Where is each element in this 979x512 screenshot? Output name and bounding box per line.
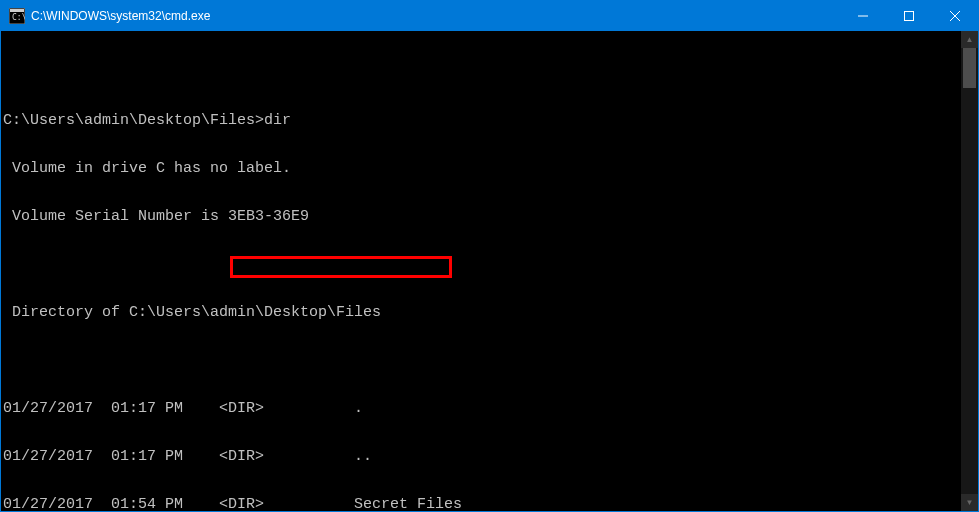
maximize-button[interactable] [886, 1, 932, 31]
terminal-line [3, 65, 961, 81]
minimize-button[interactable] [840, 1, 886, 31]
terminal-line: Directory of C:\Users\admin\Desktop\File… [3, 305, 961, 321]
vertical-scrollbar[interactable]: ▲ ▼ [961, 31, 978, 511]
terminal-line: 01/27/2017 01:54 PM <DIR> Secret Files [3, 497, 961, 511]
scroll-down-icon[interactable]: ▼ [961, 494, 978, 511]
terminal-output[interactable]: C:\Users\admin\Desktop\Files>dir Volume … [1, 31, 961, 511]
scroll-track[interactable] [961, 48, 978, 494]
client-area: C:\Users\admin\Desktop\Files>dir Volume … [1, 31, 978, 511]
close-button[interactable] [932, 1, 978, 31]
terminal-line: 01/27/2017 01:17 PM <DIR> .. [3, 449, 961, 465]
terminal-line: C:\Users\admin\Desktop\Files>dir [3, 113, 961, 129]
terminal-line [3, 353, 961, 369]
svg-rect-4 [905, 12, 914, 21]
terminal-line [3, 257, 961, 273]
scroll-thumb[interactable] [963, 48, 976, 88]
window-title: C:\WINDOWS\system32\cmd.exe [31, 9, 210, 23]
terminal-line: 01/27/2017 01:17 PM <DIR> . [3, 401, 961, 417]
terminal-line: Volume in drive C has no label. [3, 161, 961, 177]
cmd-window: C:\ C:\WINDOWS\system32\cmd.exe C:\Users… [0, 0, 979, 512]
cmd-icon: C:\ [9, 8, 25, 24]
terminal-line: Volume Serial Number is 3EB3-36E9 [3, 209, 961, 225]
titlebar[interactable]: C:\ C:\WINDOWS\system32\cmd.exe [1, 1, 978, 31]
scroll-up-icon[interactable]: ▲ [961, 31, 978, 48]
svg-text:C:\: C:\ [12, 13, 25, 22]
window-controls [840, 1, 978, 31]
svg-rect-1 [10, 9, 24, 12]
